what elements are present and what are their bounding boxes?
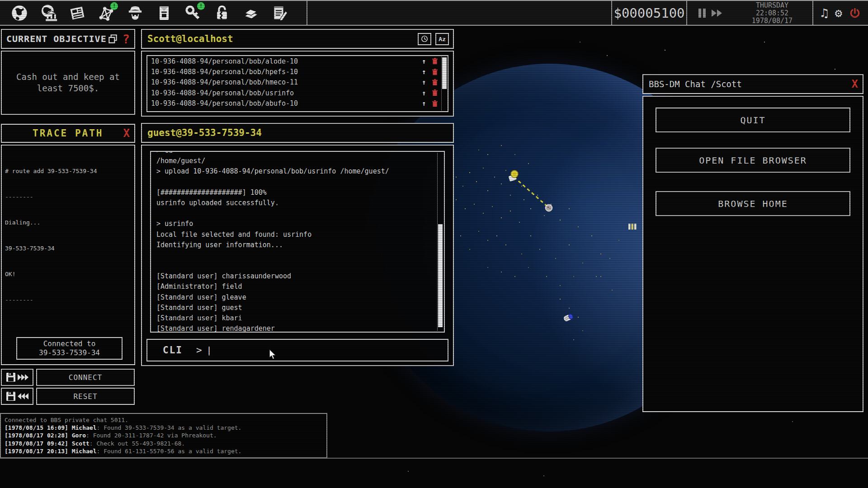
upload-arrow-icon[interactable]: ↑ bbox=[422, 99, 426, 108]
trace-line: Dialing... bbox=[5, 218, 131, 227]
upload-arrow-icon[interactable]: ↑ bbox=[422, 57, 426, 66]
upload-arrow-icon[interactable]: ↑ bbox=[422, 68, 426, 76]
quit-button[interactable]: QUIT bbox=[656, 108, 850, 132]
file-manager-title: Scott@localhost bbox=[147, 33, 418, 44]
file-row[interactable]: 10-936-4088-94/personal/bob/abufo-10 ↑ bbox=[147, 99, 448, 109]
file-row[interactable]: 10-936-4088-94/personal/bob/hmeco-11 ↑ bbox=[147, 77, 448, 88]
sort-time-button[interactable] bbox=[418, 33, 431, 45]
terminal-line: [Administrator] field bbox=[156, 282, 439, 293]
floppy-disk-icon bbox=[6, 372, 16, 382]
log-line-text: : Found 61-131-5570-56 as a valid target… bbox=[97, 448, 242, 455]
file-row[interactable]: 10-936-4088-94/personal/bob/alode-10 ↑ bbox=[147, 56, 448, 66]
trash-icon[interactable] bbox=[432, 100, 438, 107]
date: 1978/08/17 bbox=[732, 17, 812, 25]
newspaper-icon bbox=[68, 4, 86, 22]
passwords-button[interactable]: ! bbox=[183, 3, 203, 23]
map-marker-database[interactable] bbox=[562, 312, 575, 325]
reset-button[interactable]: RESET bbox=[36, 388, 135, 405]
dossier-button[interactable] bbox=[154, 3, 175, 23]
save-route-rewind-button[interactable] bbox=[1, 388, 33, 405]
file-path: 10-936-4088-94/personal/bob/abufo-10 bbox=[151, 99, 422, 108]
terminal-line bbox=[156, 178, 439, 188]
map-marker-node[interactable] bbox=[544, 203, 553, 214]
terminal-line bbox=[156, 251, 439, 262]
scrollbar[interactable] bbox=[437, 153, 443, 331]
chat-window-header: BBS-DM Chat /Scott X bbox=[642, 74, 863, 94]
trash-icon[interactable] bbox=[432, 79, 438, 86]
scrollbar-thumb[interactable] bbox=[442, 57, 447, 89]
terminal-line: usrinfo uploaded successfully. bbox=[156, 199, 439, 209]
bank-button[interactable] bbox=[38, 3, 59, 23]
log-line: [1978/08/15 16:09] Michael: Found 39-533… bbox=[5, 424, 323, 432]
scrollbar[interactable] bbox=[441, 56, 447, 111]
software-library-button[interactable] bbox=[241, 3, 261, 23]
settings-gear-button[interactable]: ⚙ bbox=[835, 7, 842, 19]
music-button[interactable]: ♫ bbox=[821, 7, 828, 19]
network-map-button[interactable]: ! bbox=[96, 3, 117, 23]
hacker-contacts-button[interactable] bbox=[125, 3, 146, 23]
log-line: Connected to BBS private chat 5011. bbox=[5, 416, 323, 424]
sort-alpha-button[interactable]: Az bbox=[435, 33, 449, 45]
notes-button[interactable] bbox=[269, 3, 290, 23]
file-row[interactable]: 10-936-4088-94/personal/bob/hpefs-10 ↑ bbox=[147, 66, 448, 77]
help-button[interactable]: ? bbox=[123, 32, 130, 46]
cli-input[interactable]: CLI > | bbox=[146, 339, 448, 361]
trace-title: TRACE PATH bbox=[13, 128, 123, 139]
map-marker-active-node[interactable] bbox=[506, 169, 521, 185]
close-button[interactable]: X bbox=[852, 79, 858, 89]
pause-button[interactable] bbox=[698, 9, 706, 18]
rewind-icon bbox=[17, 393, 29, 400]
connected-status-box: Connected to 39-533-7539-34 bbox=[16, 337, 123, 360]
upload-arrow-icon[interactable]: ↑ bbox=[422, 78, 426, 86]
log-line: [1978/08/17 20:13] Michael: Found 61-131… bbox=[5, 447, 323, 455]
broken-lock-icon bbox=[213, 4, 231, 22]
trash-icon[interactable] bbox=[432, 58, 438, 65]
terminal-output[interactable]: > cd /home/guest/ > upload 10-936-4088-9… bbox=[150, 151, 445, 333]
connected-label: Connected to bbox=[43, 339, 96, 348]
connect-button[interactable]: CONNECT bbox=[36, 369, 135, 386]
close-button[interactable]: X bbox=[123, 128, 130, 139]
trace-line: -------- bbox=[5, 296, 131, 304]
server-icon bbox=[628, 223, 637, 230]
top-status-bar: ! bbox=[0, 0, 868, 26]
app-toolbar: ! bbox=[0, 1, 307, 25]
terminal-line bbox=[156, 262, 439, 272]
log-line-head: [1978/08/17 02:28] Goro bbox=[5, 432, 86, 439]
file-row[interactable]: 10-936-4088-94/personal/bob/usrinfo ↑ bbox=[147, 88, 448, 98]
objective-title: CURRENT OBJECTIVE bbox=[6, 33, 107, 44]
trash-icon[interactable] bbox=[432, 69, 438, 75]
fast-forward-button[interactable] bbox=[711, 9, 723, 18]
trace-window-body: # route add 39-533-7539-34 -------- Dial… bbox=[1, 145, 135, 365]
terminal-line: Identifying user information... bbox=[156, 241, 439, 251]
scrollbar-thumb[interactable] bbox=[438, 224, 443, 328]
terminal-line: > usrinfo bbox=[156, 220, 439, 230]
power-button[interactable] bbox=[849, 7, 861, 19]
file-path: 10-936-4088-94/personal/bob/alode-10 bbox=[151, 57, 422, 66]
cli-label: CLI bbox=[163, 345, 183, 356]
chat-window-body: QUIT OPEN FILE BROWSER BROWSE HOME bbox=[642, 96, 863, 412]
trash-icon[interactable] bbox=[432, 89, 438, 96]
log-line-text: Connected to BBS private chat 5011. bbox=[5, 417, 128, 423]
node-icon bbox=[544, 203, 553, 212]
weekday: THURSDAY bbox=[732, 2, 812, 9]
dossier-icon bbox=[155, 4, 173, 22]
map-marker-server[interactable] bbox=[628, 223, 637, 232]
connected-target: 39-533-7539-34 bbox=[39, 348, 100, 357]
notification-badge: ! bbox=[110, 2, 118, 10]
save-route-forward-button[interactable] bbox=[1, 369, 33, 386]
news-button[interactable] bbox=[67, 3, 88, 23]
open-file-browser-button[interactable]: OPEN FILE BROWSER bbox=[656, 148, 850, 173]
browse-home-button[interactable]: BROWSE HOME bbox=[656, 191, 850, 216]
log-line: [1978/08/17 09:42] Scott: Check out 55-4… bbox=[5, 440, 323, 447]
world-map-button[interactable] bbox=[9, 3, 30, 23]
yellow-pin-icon bbox=[506, 169, 521, 183]
game-clock: THURSDAY 22:08:52 1978/08/17 bbox=[732, 1, 812, 25]
bank-globe-icon bbox=[39, 4, 57, 22]
crack-tools-button[interactable] bbox=[212, 3, 232, 23]
objective-window-header: CURRENT OBJECTIVE ? bbox=[1, 29, 135, 49]
log-line-text: : Found 20-311-1787-42 via Phreakout. bbox=[86, 432, 217, 439]
chat-window-title: BBS-DM Chat /Scott bbox=[649, 79, 852, 89]
restore-window-icon[interactable] bbox=[107, 33, 119, 45]
trace-log: # route add 39-533-7539-34 -------- Dial… bbox=[2, 145, 134, 325]
upload-arrow-icon[interactable]: ↑ bbox=[422, 89, 426, 97]
